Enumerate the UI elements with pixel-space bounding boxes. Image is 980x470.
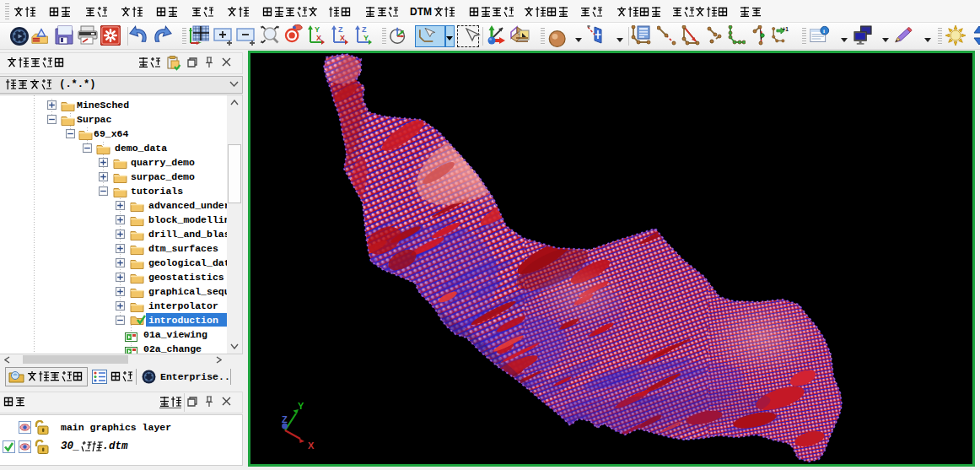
svg-text:Y: Y xyxy=(363,34,369,42)
svg-text:Y: Y xyxy=(315,25,320,34)
svg-text:Y: Y xyxy=(298,401,304,411)
svg-text:Z: Z xyxy=(362,25,367,34)
svg-text:X: X xyxy=(340,34,345,42)
svg-text:X: X xyxy=(316,34,321,42)
svg-text:+1: +1 xyxy=(783,26,789,32)
svg-text:X: X xyxy=(308,440,315,451)
svg-text:Z: Z xyxy=(338,25,343,34)
svg-text:i: i xyxy=(823,28,825,35)
svg-text:Z: Z xyxy=(282,414,288,424)
